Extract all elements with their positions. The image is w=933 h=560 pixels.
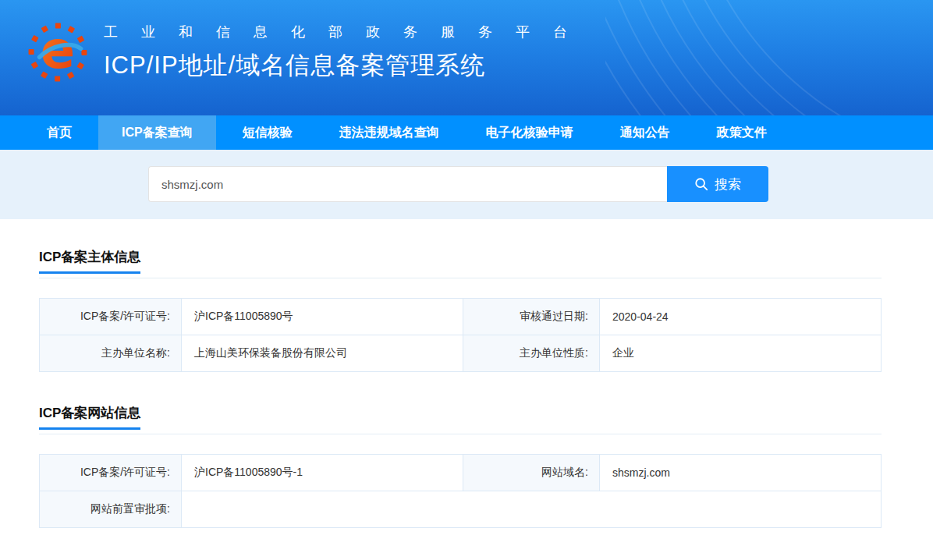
table-row: ICP备案/许可证号: 沪ICP备11005890号-1 网站域名: shsmz…	[40, 455, 882, 491]
section-divider	[39, 278, 882, 278]
section-header-subject-info: ICP备案主体信息	[39, 248, 882, 278]
field-label: 网站域名:	[463, 455, 600, 491]
system-title: ICP/IP地址/域名信息备案管理系统	[104, 49, 591, 82]
table-row: 主办单位名称: 上海山美环保装备股份有限公司 主办单位性质: 企业	[40, 335, 882, 372]
section-divider	[39, 434, 882, 434]
website-info-table: ICP备案/许可证号: 沪ICP备11005890号-1 网站域名: shsmz…	[39, 454, 882, 528]
nav-item-policy-docs[interactable]: 政策文件	[697, 115, 787, 150]
miit-gear-logo-icon: e	[27, 22, 88, 83]
nav-item-icp-query[interactable]: ICP备案查询	[98, 115, 216, 150]
search-button[interactable]: 搜索	[667, 166, 768, 202]
section-title: ICP备案网站信息	[39, 404, 140, 430]
table-row: ICP备案/许可证号: 沪ICP备11005890号 审核通过日期: 2020-…	[40, 299, 882, 335]
search-icon	[694, 177, 708, 191]
search-section: 搜索	[0, 150, 933, 219]
nav-item-e-verification[interactable]: 电子化核验申请	[466, 115, 594, 150]
field-label: 网站前置审批项:	[40, 491, 182, 528]
field-value	[182, 491, 882, 528]
platform-title: 工业和信息化部政务服务平台	[104, 23, 591, 41]
field-value: 上海山美环保装备股份有限公司	[182, 335, 463, 372]
field-label: ICP备案/许可证号:	[40, 455, 182, 491]
field-label: 主办单位性质:	[463, 335, 600, 372]
nav-item-home[interactable]: 首页	[27, 115, 92, 150]
field-label: ICP备案/许可证号:	[40, 299, 182, 335]
subject-info-table: ICP备案/许可证号: 沪ICP备11005890号 审核通过日期: 2020-…	[39, 298, 882, 372]
search-input[interactable]	[148, 166, 667, 202]
field-value: 企业	[600, 335, 882, 372]
field-label: 主办单位名称:	[40, 335, 182, 372]
table-row: 网站前置审批项:	[40, 491, 882, 528]
header-decorative-arcs	[605, 0, 933, 115]
nav-item-notices[interactable]: 通知公告	[600, 115, 690, 150]
header-banner: e 工业和信息化部政务服务平台 ICP/IP地址/域名信息备案管理系统	[0, 0, 933, 115]
section-header-website-info: ICP备案网站信息	[39, 404, 882, 434]
search-button-label: 搜索	[715, 175, 741, 193]
main-nav: 首页 ICP备案查询 短信核验 违法违规域名查询 电子化核验申请 通知公告 政策…	[0, 115, 933, 150]
field-value: 沪ICP备11005890号	[182, 299, 463, 335]
field-value: 沪ICP备11005890号-1	[182, 455, 463, 491]
field-value: 2020-04-24	[600, 299, 882, 335]
main-content: ICP备案主体信息 ICP备案/许可证号: 沪ICP备11005890号 审核通…	[0, 248, 933, 528]
nav-item-sms-verify[interactable]: 短信核验	[222, 115, 313, 150]
section-title: ICP备案主体信息	[39, 248, 140, 274]
field-label: 审核通过日期:	[463, 299, 600, 335]
field-value: shsmzj.com	[600, 455, 882, 491]
nav-item-illegal-domain-query[interactable]: 违法违规域名查询	[319, 115, 459, 150]
